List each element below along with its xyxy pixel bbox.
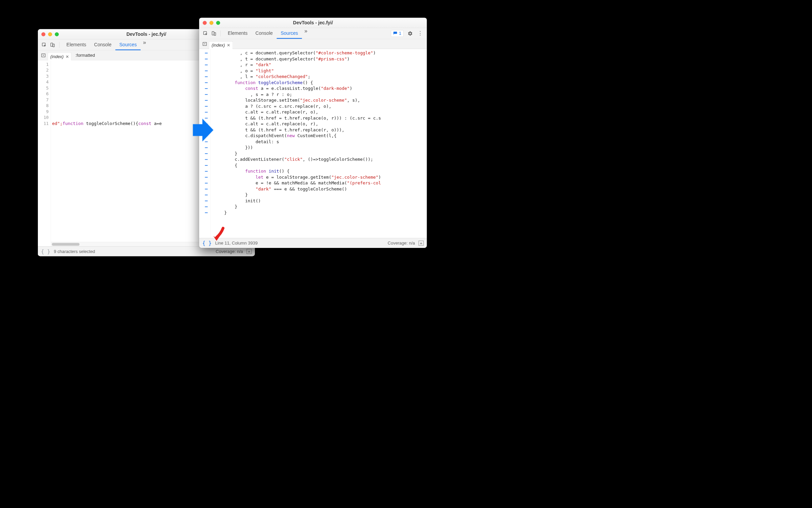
more-menu-icon[interactable]: ⋮	[417, 30, 424, 37]
navigator-toggle-icon[interactable]	[201, 40, 208, 47]
collapse-panel-icon[interactable]	[419, 240, 424, 246]
inspect-element-icon[interactable]	[202, 30, 209, 37]
maximize-window-dot[interactable]	[55, 32, 59, 36]
svg-rect-1	[51, 43, 53, 46]
close-tab-icon[interactable]: ✕	[227, 43, 230, 48]
tab-sources[interactable]: Sources	[115, 40, 141, 50]
navigator-toggle-icon[interactable]	[40, 52, 47, 59]
fold-gutter[interactable]	[199, 49, 211, 238]
file-tab-index[interactable]: (index) ✕	[209, 41, 233, 49]
svg-rect-2	[53, 44, 54, 47]
sources-file-tabs: (index) ✕	[199, 39, 427, 49]
collapse-panel-icon[interactable]	[246, 249, 252, 254]
line-number-gutter: 1234567891011	[38, 60, 51, 256]
settings-icon[interactable]	[407, 30, 414, 37]
device-toolbar-icon[interactable]	[210, 30, 217, 37]
issues-count: 1	[399, 31, 401, 36]
inspect-element-icon[interactable]	[41, 41, 48, 48]
code-editor[interactable]: , c = document.querySelector("#color-sch…	[199, 49, 427, 238]
close-window-dot[interactable]	[203, 21, 207, 25]
file-tab-label: (index)	[50, 54, 64, 59]
device-toolbar-icon[interactable]	[49, 41, 56, 48]
tab-elements[interactable]: Elements	[63, 40, 90, 50]
status-coverage: Coverage: n/a	[388, 240, 415, 246]
code-area[interactable]: , c = document.querySelector("#color-sch…	[211, 49, 427, 238]
window-title: DevTools - jec.fyi/	[199, 20, 427, 25]
tabs-overflow-icon[interactable]: »	[141, 40, 148, 50]
close-tab-icon[interactable]: ✕	[66, 54, 69, 59]
scrollbar-thumb[interactable]	[52, 243, 79, 246]
tabs-overflow-icon[interactable]: »	[302, 28, 310, 39]
maximize-window-dot[interactable]	[216, 21, 220, 25]
file-tab-label: (index)	[212, 43, 225, 48]
issues-icon	[393, 31, 398, 35]
tab-elements[interactable]: Elements	[224, 28, 252, 39]
tab-console[interactable]: Console	[90, 40, 116, 50]
titlebar: DevTools - jec.fyi/	[199, 18, 427, 28]
annotation-arrow-red-icon	[212, 227, 226, 243]
status-coverage: Coverage: n/a	[216, 249, 243, 254]
pretty-print-icon[interactable]: { }	[41, 248, 50, 254]
minimize-window-dot[interactable]	[48, 32, 52, 36]
status-selection: 9 characters selected	[54, 249, 95, 254]
tab-sources[interactable]: Sources	[277, 28, 302, 39]
status-bar: { } Line 11, Column 3939 Coverage: n/a	[199, 238, 427, 248]
file-tab-formatted[interactable]: :formatted	[72, 53, 98, 58]
svg-rect-6	[214, 32, 216, 35]
devtools-toolbar: Elements Console Sources » 1 ⋮	[199, 28, 427, 39]
close-window-dot[interactable]	[42, 32, 46, 36]
file-tab-index[interactable]: (index) ✕	[48, 52, 71, 60]
issues-chip[interactable]: 1	[391, 30, 403, 37]
svg-rect-5	[212, 31, 214, 35]
minimize-window-dot[interactable]	[210, 21, 214, 25]
tab-console[interactable]: Console	[252, 28, 277, 39]
pretty-print-icon[interactable]: { }	[202, 240, 212, 246]
